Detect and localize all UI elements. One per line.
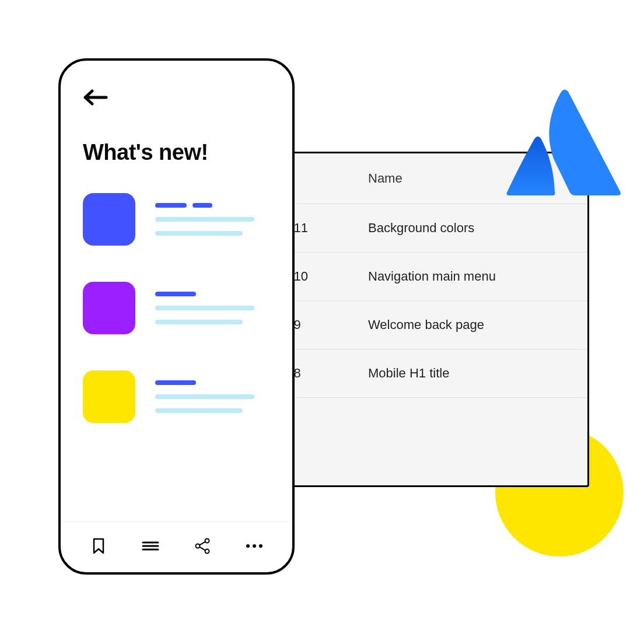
bookmark-icon[interactable]	[89, 536, 108, 556]
cell-name: Welcome back page	[368, 317, 484, 332]
menu-icon[interactable]	[141, 536, 160, 556]
svg-line-6	[200, 542, 205, 545]
feed-thumbnail	[83, 282, 135, 334]
more-icon[interactable]	[244, 536, 264, 556]
list-item[interactable]	[83, 193, 270, 246]
share-icon[interactable]	[192, 536, 212, 556]
feed-placeholder-lines	[155, 203, 270, 236]
table-row[interactable]: BAN-11 Background colors	[247, 204, 587, 253]
svg-point-4	[196, 544, 200, 548]
feed-thumbnail	[83, 370, 135, 423]
feed-list	[61, 193, 292, 522]
atlassian-logo-icon	[501, 89, 624, 197]
feed-placeholder-lines	[155, 292, 270, 324]
feed-placeholder-lines	[155, 380, 270, 413]
list-item[interactable]	[83, 370, 270, 423]
svg-point-3	[205, 539, 209, 543]
phone-frame: What's new!	[58, 58, 295, 575]
cell-name: Mobile H1 title	[368, 366, 449, 381]
cell-name: Background colors	[368, 220, 474, 236]
list-item[interactable]	[83, 282, 270, 334]
back-arrow-icon[interactable]	[83, 89, 108, 106]
feed-thumbnail	[83, 193, 135, 246]
page-title: What's new!	[83, 140, 270, 165]
column-header-name: Name	[368, 171, 402, 186]
table-row[interactable]: BAN-10 Navigation main menu	[247, 253, 587, 301]
phone-bottom-nav	[61, 522, 292, 572]
cell-name: Navigation main menu	[368, 269, 496, 284]
issue-table-panel: Code Name BAN-11 Background colors BAN-1…	[245, 152, 589, 487]
table-row[interactable]: BAN-9 Welcome back page	[247, 301, 587, 349]
svg-line-7	[200, 547, 205, 551]
table-row[interactable]: BAN-8 Mobile H1 title	[247, 349, 587, 398]
svg-point-5	[205, 550, 209, 554]
